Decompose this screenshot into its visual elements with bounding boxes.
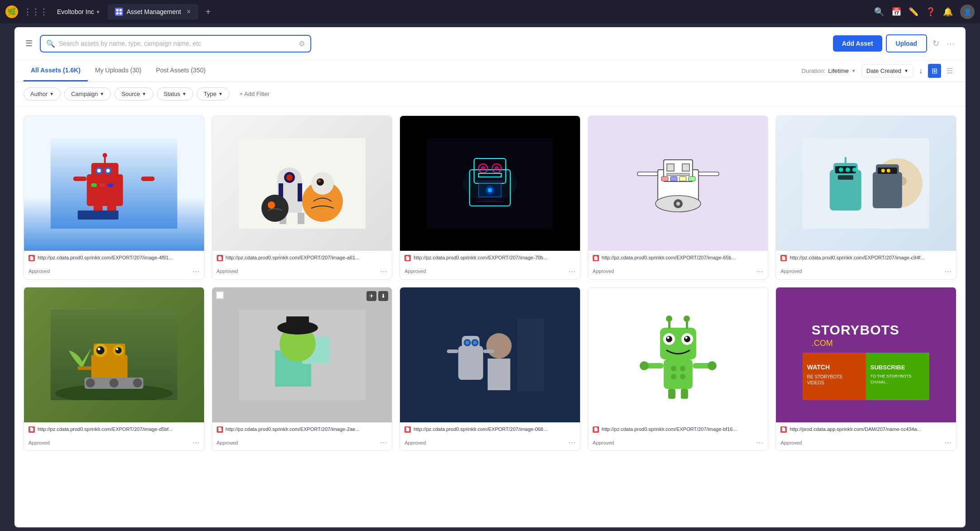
calendar-icon[interactable]: 📅: [891, 7, 901, 17]
pdf-icon: 📄: [217, 426, 223, 433]
asset-footer: Approved ⋯: [776, 436, 956, 450]
svg-text:.COM: .COM: [812, 339, 833, 348]
asset-card[interactable]: 📄 http://pz.cdata.prod0.sprinklr.com/EXP…: [212, 115, 393, 280]
org-chevron-icon: ▼: [96, 10, 100, 14]
asset-url: 📄 http://pz.cdata.prod0.sprinklr.com/EXP…: [780, 254, 951, 261]
asset-thumbnail: [588, 287, 768, 422]
asset-status: Approved: [404, 440, 426, 445]
asset-more-button[interactable]: ⋯: [756, 267, 763, 276]
add-tab-button[interactable]: +: [202, 5, 214, 19]
asset-status: Approved: [29, 440, 50, 445]
asset-card[interactable]: 📄 http://pz.cdata.prod0.sprinklr.com/EXP…: [775, 115, 956, 280]
asset-url: 📄 http://pz.cdata.prod0.sprinklr.com/EXP…: [404, 254, 576, 261]
asset-card[interactable]: 📄 http://pz.cdata.prod0.sprinklr.com/EXP…: [24, 287, 205, 451]
pdf-icon: 📄: [404, 426, 411, 433]
asset-management-tab[interactable]: Asset Management ✕: [108, 4, 199, 19]
notifications-icon[interactable]: 🔔: [943, 7, 953, 17]
asset-more-button[interactable]: ⋯: [380, 267, 387, 276]
asset-card[interactable]: 📄 http://pz.cdata.prod0.sprinklr.com/EXP…: [400, 287, 580, 451]
tab-post-assets[interactable]: Post Assets (350): [149, 60, 213, 81]
more-icon[interactable]: ⋯: [945, 37, 956, 50]
asset-url: 📄 http://prod.cdata.app.sprinklr.com/DAM…: [780, 426, 951, 433]
svg-rect-4: [116, 12, 119, 14]
grid-view-button[interactable]: ⊞: [928, 64, 941, 78]
asset-more-button[interactable]: ⋯: [192, 438, 200, 447]
asset-more-button[interactable]: ⋯: [568, 438, 576, 447]
svg-rect-15: [91, 183, 97, 187]
svg-point-31: [286, 174, 292, 181]
sidebar-toggle[interactable]: ☰: [24, 37, 34, 50]
asset-card[interactable]: STORYBOTS .COM WATCH RE STORYBOTS VIDEOS…: [775, 287, 956, 451]
asset-footer: Approved ⋯: [400, 265, 580, 279]
sort-direction-icon[interactable]: ↓: [919, 67, 923, 75]
search-settings-icon[interactable]: ⚙: [299, 39, 305, 48]
svg-rect-2: [116, 9, 119, 11]
duration-selector[interactable]: Duration: Lifetime ▼: [802, 67, 856, 74]
svg-point-91: [115, 347, 122, 354]
asset-status: Approved: [593, 440, 614, 445]
filter-campaign[interactable]: Campaign ▼: [64, 87, 111, 100]
asset-card[interactable]: 📄 http://pz.cdata.prod0.sprinklr.com/EXP…: [588, 287, 769, 451]
pdf-icon: 📄: [780, 255, 787, 261]
asset-info: 📄 http://pz.cdata.prod0.sprinklr.com/EXP…: [400, 251, 580, 265]
add-asset-button[interactable]: Add Asset: [833, 35, 882, 52]
svg-point-27: [318, 180, 320, 182]
topbar: 🌿 ⋮⋮⋮ Evoltobor Inc ▼ Asset Management ✕…: [0, 0, 980, 24]
tab-my-uploads[interactable]: My Uploads (30): [88, 60, 149, 81]
card-checkbox[interactable]: [216, 291, 224, 299]
asset-url-text: http://prod.cdata.app.sprinklr.com/DAM/2…: [790, 426, 921, 433]
svg-point-90: [96, 346, 105, 354]
download-icon[interactable]: ⬇: [378, 291, 388, 301]
asset-card[interactable]: 📄 http://pz.cdata.prod0.sprinklr.com/EXP…: [24, 115, 205, 280]
asset-url-text: http://pz.cdata.prod0.sprinklr.com/EXPOR…: [38, 426, 173, 433]
svg-rect-59: [671, 177, 677, 181]
svg-text:CHANN...: CHANN...: [871, 380, 889, 384]
filter-type[interactable]: Type ▼: [197, 87, 229, 100]
svg-rect-98: [78, 366, 91, 370]
asset-thumbnail: [400, 116, 580, 251]
org-selector[interactable]: Evoltobor Inc ▼: [53, 6, 104, 17]
avatar[interactable]: 👤: [960, 5, 975, 19]
tab-close-icon[interactable]: ✕: [186, 9, 191, 15]
tab-label: Asset Management: [127, 8, 181, 15]
pdf-icon: 📄: [593, 426, 599, 433]
logo[interactable]: 🌿: [5, 5, 18, 18]
search-bar: 🔍 ⚙: [40, 35, 311, 53]
refresh-icon[interactable]: ↻: [931, 37, 941, 50]
share-icon[interactable]: ✈: [366, 291, 376, 301]
help-icon[interactable]: ❓: [926, 7, 936, 17]
asset-card[interactable]: 📄 http://pz.cdata.prod0.sprinklr.com/EXP…: [400, 115, 580, 280]
asset-thumbnail: [212, 116, 392, 251]
svg-rect-22: [78, 210, 119, 220]
asset-footer: Approved ⋯: [776, 265, 956, 279]
search-icon[interactable]: 🔍: [874, 7, 884, 17]
asset-thumbnail: [24, 287, 204, 422]
svg-point-71: [839, 167, 843, 172]
upload-button[interactable]: Upload: [886, 34, 927, 53]
filter-source[interactable]: Source ▼: [114, 87, 153, 100]
filter-status[interactable]: Status ▼: [157, 87, 194, 100]
svg-rect-61: [689, 177, 695, 181]
asset-url: 📄 http://pz.cdata.prod0.sprinklr.com/EXP…: [217, 426, 388, 433]
asset-card[interactable]: 📄 http://pz.cdata.prod0.sprinklr.com/EXP…: [588, 115, 769, 280]
asset-info: 📄 http://prod.cdata.app.sprinklr.com/DAM…: [776, 422, 956, 436]
tab-all-assets[interactable]: All Assets (1.6K): [24, 60, 88, 81]
add-filter-button[interactable]: + Add Filter: [233, 88, 276, 100]
asset-more-button[interactable]: ⋯: [380, 438, 387, 447]
filter-author[interactable]: Author ▼: [24, 87, 61, 100]
search-input[interactable]: [59, 40, 295, 47]
list-view-button[interactable]: ☰: [943, 64, 956, 78]
asset-more-button[interactable]: ⋯: [192, 267, 200, 276]
asset-more-button[interactable]: ⋯: [944, 267, 951, 276]
asset-url: 📄 http://pz.cdata.prod0.sprinklr.com/EXP…: [217, 254, 388, 261]
asset-url-text: http://pz.cdata.prod0.sprinklr.com/EXPOR…: [226, 426, 360, 433]
edit-icon[interactable]: ✏️: [909, 7, 918, 17]
asset-more-button[interactable]: ⋯: [756, 438, 763, 447]
svg-rect-140: [681, 389, 688, 399]
asset-more-button[interactable]: ⋯: [568, 267, 576, 276]
grid-icon[interactable]: ⋮⋮⋮: [22, 5, 50, 19]
asset-more-button[interactable]: ⋯: [944, 438, 951, 447]
asset-card[interactable]: ✈ ⬇ 📄 http://pz.cdata.prod0.sprinklr.com…: [212, 287, 393, 451]
svg-point-121: [666, 316, 672, 322]
sort-selector[interactable]: Date Created ▼: [861, 64, 913, 77]
